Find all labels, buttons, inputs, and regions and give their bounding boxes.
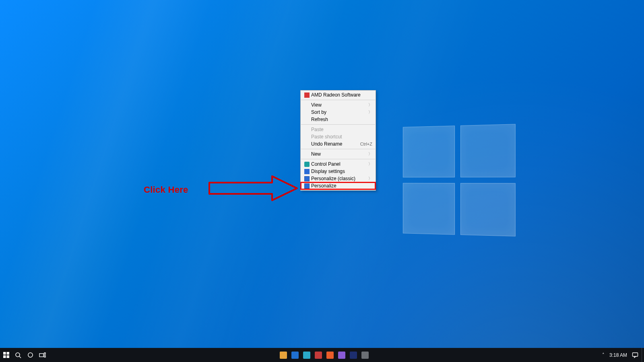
menu-separator (301, 159, 375, 159)
windows-logo-wallpaper (403, 124, 516, 237)
menu-separator (301, 100, 375, 100)
pinned-app-downloads[interactable] (360, 350, 370, 360)
menu-item-amd-radeon[interactable]: AMD Radeon Software (301, 91, 376, 99)
search-icon (15, 352, 21, 358)
firefox-icon (338, 352, 345, 359)
submenu-arrow-icon: 〉 (368, 161, 372, 167)
svg-rect-9 (44, 356, 45, 357)
pinned-app-file-explorer[interactable] (278, 350, 289, 360)
search-button[interactable] (12, 348, 24, 362)
downloads-icon (361, 352, 369, 359)
show-desktop-button[interactable] (642, 348, 644, 362)
wallpaper-streak (0, 0, 229, 362)
svg-rect-1 (6, 352, 9, 355)
pinned-app-firefox[interactable] (336, 350, 347, 360)
pinned-app-mail[interactable] (290, 350, 300, 360)
svg-rect-2 (3, 355, 6, 358)
submenu-arrow-icon: 〉 (368, 176, 372, 181)
menu-item-label: Display settings (310, 169, 372, 174)
svg-rect-8 (44, 353, 45, 354)
menu-item-display-settings[interactable]: Display settings (301, 168, 376, 175)
menu-item-paste-shortcut: Paste shortcut (301, 133, 376, 140)
pinned-app-edge[interactable] (301, 350, 312, 360)
menu-item-label: Personalize (classic) (310, 176, 367, 181)
submenu-arrow-icon: 〉 (368, 109, 372, 115)
taskbar-pinned-apps (278, 350, 370, 360)
opera-icon (315, 352, 322, 359)
file-explorer-icon (280, 352, 287, 359)
menu-item-sort-by[interactable]: Sort by 〉 (301, 109, 376, 116)
mail-icon (291, 352, 299, 359)
system-tray: ˄ 3:18 AM (601, 352, 642, 358)
cortana-button[interactable] (24, 348, 36, 362)
cortana-icon (27, 352, 33, 358)
task-view-button[interactable] (36, 348, 48, 362)
svg-rect-3 (6, 355, 9, 358)
windows-start-icon (3, 352, 9, 358)
svg-rect-7 (39, 354, 43, 357)
menu-item-label: Control Panel (310, 161, 367, 167)
annotation-text: Click Here (144, 185, 188, 195)
tray-overflow-button[interactable]: ˄ (602, 352, 605, 358)
menu-item-label: Sort by (310, 109, 367, 115)
menu-item-label: Personalize (310, 183, 372, 189)
menu-item-new[interactable]: New 〉 (301, 150, 376, 158)
desktop[interactable]: AMD Radeon Software View 〉 Sort by 〉 Ref… (0, 0, 644, 362)
menu-item-personalize[interactable]: Personalize (301, 182, 376, 189)
submenu-arrow-icon: 〉 (368, 151, 372, 157)
svg-rect-10 (633, 353, 638, 356)
taskbar: ˄ 3:18 AM (0, 348, 644, 362)
menu-separator (301, 124, 375, 125)
pinned-app-opera[interactable] (313, 350, 324, 360)
menu-item-label: Paste shortcut (310, 134, 372, 140)
menu-item-label: Paste (310, 127, 372, 132)
menu-item-personalize-classic[interactable]: Personalize (classic) 〉 (301, 175, 376, 182)
amd-icon (303, 93, 310, 98)
personalize-icon (303, 183, 310, 189)
menu-item-label: Refresh (310, 117, 372, 122)
photoshop-icon (350, 352, 357, 359)
desktop-context-menu: AMD Radeon Software View 〉 Sort by 〉 Ref… (300, 90, 376, 191)
menu-item-label: New (310, 151, 367, 157)
control-panel-icon (303, 162, 310, 167)
taskbar-clock[interactable]: 3:18 AM (609, 353, 627, 358)
menu-item-refresh[interactable]: Refresh (301, 116, 376, 123)
menu-item-accel: Ctrl+Z (360, 142, 372, 146)
menu-item-label: View (310, 102, 367, 108)
annotation-arrow-icon (208, 174, 299, 203)
svg-line-5 (19, 356, 21, 358)
menu-item-undo-rename[interactable]: Undo Rename Ctrl+Z (301, 140, 376, 148)
menu-item-label: AMD Radeon Software (310, 92, 372, 98)
menu-separator (301, 149, 375, 149)
action-center-icon[interactable] (632, 352, 638, 358)
menu-item-view[interactable]: View 〉 (301, 101, 376, 109)
personalize-classic-icon (303, 176, 310, 181)
menu-item-paste: Paste (301, 126, 376, 133)
pinned-app-photoshop[interactable] (348, 350, 359, 360)
display-icon (303, 169, 310, 174)
brave-icon (326, 352, 334, 359)
svg-point-6 (28, 353, 32, 357)
menu-item-label: Undo Rename (310, 141, 360, 147)
menu-item-control-panel[interactable]: Control Panel 〉 (301, 160, 376, 168)
svg-rect-0 (3, 352, 6, 355)
task-view-icon (39, 352, 46, 358)
submenu-arrow-icon: 〉 (368, 102, 372, 108)
svg-point-4 (16, 353, 20, 357)
start-button[interactable] (0, 348, 12, 362)
edge-icon (303, 352, 310, 359)
pinned-app-brave[interactable] (325, 350, 335, 360)
